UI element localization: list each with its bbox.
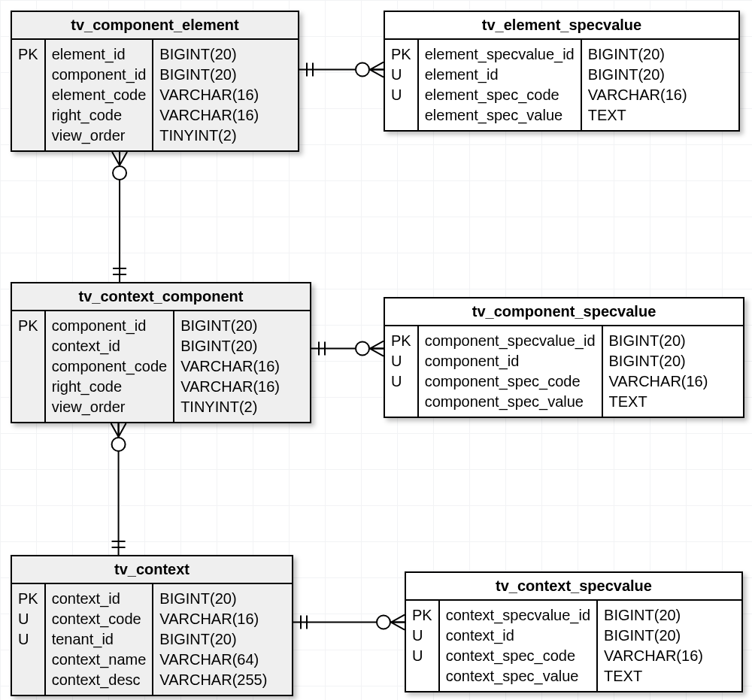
- type-col: BIGINT(20)VARCHAR(16)BIGINT(20)VARCHAR(6…: [152, 584, 273, 695]
- field-col: element_idcomponent_idelement_coderight_…: [44, 40, 153, 150]
- svg-point-4: [112, 438, 126, 451]
- svg-point-1: [356, 342, 369, 356]
- entity-tv-context-component: tv_context_component PK component_idcont…: [11, 282, 311, 423]
- entity-body: PK component_idcontext_idcomponent_coder…: [12, 311, 310, 422]
- entity-title: tv_component_specvalue: [385, 298, 743, 326]
- entity-body: PK element_idcomponent_idelement_coderig…: [12, 40, 298, 150]
- field-col: component_specvalue_idcomponent_idcompon…: [417, 326, 602, 417]
- entity-body: PKUU context_specvalue_idcontext_idconte…: [406, 601, 741, 691]
- svg-point-0: [356, 63, 369, 77]
- entity-title: tv_context_specvalue: [406, 573, 741, 601]
- type-col: BIGINT(20)BIGINT(20)VARCHAR(16)VARCHAR(1…: [173, 311, 286, 422]
- key-col: PKUU: [12, 584, 44, 695]
- key-col: PKUU: [385, 40, 417, 130]
- entity-title: tv_element_specvalue: [385, 12, 738, 40]
- entity-body: PKUU component_specvalue_idcomponent_idc…: [385, 326, 743, 417]
- entity-tv-context-specvalue: tv_context_specvalue PKUU context_specva…: [405, 571, 743, 692]
- key-col: PK: [12, 311, 44, 422]
- key-col: PK: [12, 40, 44, 150]
- type-col: BIGINT(20)BIGINT(20)VARCHAR(16)TEXT: [602, 326, 714, 417]
- entity-tv-component-element: tv_component_element PK element_idcompon…: [11, 11, 299, 152]
- entity-title: tv_component_element: [12, 12, 298, 40]
- key-col: PKUU: [385, 326, 417, 417]
- type-col: BIGINT(20)BIGINT(20)VARCHAR(16)TEXT: [581, 40, 693, 130]
- entity-body: PKUU context_idcontext_codetenant_idcont…: [12, 584, 292, 695]
- field-col: component_idcontext_idcomponent_coderigh…: [44, 311, 173, 422]
- svg-point-3: [113, 166, 126, 180]
- entity-title: tv_context: [12, 556, 292, 584]
- key-col: PKUU: [406, 601, 438, 691]
- type-col: BIGINT(20)BIGINT(20)VARCHAR(16)VARCHAR(1…: [152, 40, 265, 150]
- type-col: BIGINT(20)BIGINT(20)VARCHAR(16)TEXT: [596, 601, 709, 691]
- field-col: context_idcontext_codetenant_idcontext_n…: [44, 584, 153, 695]
- svg-point-2: [377, 616, 390, 629]
- field-col: context_specvalue_idcontext_idcontext_sp…: [438, 601, 596, 691]
- entity-tv-component-specvalue: tv_component_specvalue PKUU component_sp…: [384, 297, 744, 418]
- entity-title: tv_context_component: [12, 283, 310, 311]
- field-col: element_specvalue_idelement_idelement_sp…: [417, 40, 581, 130]
- entity-body: PKUU element_specvalue_idelement_ideleme…: [385, 40, 738, 130]
- entity-tv-element-specvalue: tv_element_specvalue PKUU element_specva…: [384, 11, 740, 132]
- entity-tv-context: tv_context PKUU context_idcontext_codete…: [11, 555, 293, 696]
